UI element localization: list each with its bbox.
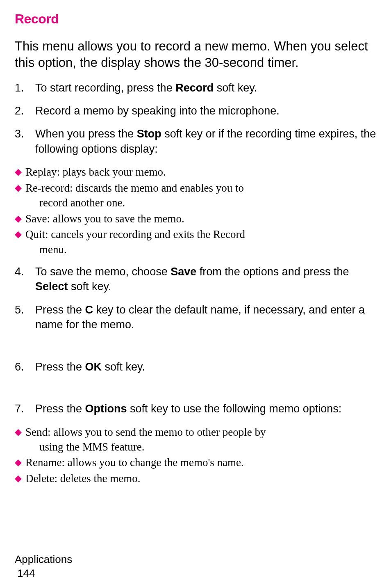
step-number: 6. [15, 359, 35, 374]
option-replay: ◆ Replay: plays back your memo. [15, 165, 376, 179]
option-text: Delete: deletes the memo. [25, 471, 376, 486]
step-text: soft key. [214, 82, 257, 94]
intro-paragraph: This menu allows you to record a new mem… [15, 38, 376, 71]
bold-select: Select [35, 280, 68, 293]
option-rerecord: ◆ Re-record: discards the memo and enabl… [15, 181, 376, 210]
option-rename: ◆ Rename: allows you to change the memo'… [15, 455, 376, 470]
step-text: from the options and press the [196, 265, 349, 278]
diamond-icon: ◆ [15, 227, 25, 257]
steps-list-a: 1. To start recording, press the Record … [15, 80, 376, 157]
bold-record: Record [175, 82, 214, 94]
step-text: When you press the [35, 128, 137, 140]
step-text: Press the [35, 403, 85, 415]
step-text: soft key. [68, 280, 111, 293]
bold-save: Save [170, 265, 196, 278]
step-7: 7. Press the Options soft key to use the… [15, 401, 376, 416]
diamond-icon: ◆ [15, 455, 25, 470]
diamond-icon: ◆ [15, 425, 25, 455]
step-2: 2. Record a memo by speaking into the mi… [15, 103, 376, 118]
footer-section-name: Applications [15, 553, 72, 567]
option-text: Send: allows you to send the memo to oth… [25, 426, 266, 438]
step-text: To start recording, press the [35, 82, 175, 94]
option-text: Quit: cancels your recording and exits t… [25, 228, 245, 240]
diamond-icon: ◆ [15, 211, 25, 226]
step-text: Record a memo by speaking into the micro… [35, 103, 376, 118]
steps-list-d: 7. Press the Options soft key to use the… [15, 401, 376, 416]
section-heading: Record [15, 11, 376, 27]
step-number: 3. [15, 126, 35, 156]
step-3: 3. When you press the Stop soft key or i… [15, 126, 376, 156]
option-text: Replay: plays back your memo. [25, 165, 376, 179]
step-number: 5. [15, 302, 35, 332]
step-5: 5. Press the C key to clear the default … [15, 302, 376, 332]
option-text-cont: using the MMS feature. [25, 439, 376, 454]
bold-options: Options [85, 403, 127, 415]
options-list-b: ◆ Send: allows you to send the memo to o… [15, 425, 376, 486]
bold-ok: OK [85, 361, 102, 373]
step-number: 2. [15, 103, 35, 118]
option-text: Rename: allows you to change the memo's … [25, 455, 376, 470]
diamond-icon: ◆ [15, 181, 25, 210]
step-text: Press the [35, 361, 85, 373]
step-number: 4. [15, 264, 35, 294]
options-list-a: ◆ Replay: plays back your memo. ◆ Re-rec… [15, 165, 376, 257]
option-text: Re-record: discards the memo and enables… [25, 182, 244, 194]
step-6: 6. Press the OK soft key. [15, 359, 376, 374]
page-footer: Applications 144 [15, 553, 72, 581]
step-number: 7. [15, 401, 35, 416]
step-4: 4. To save the memo, choose Save from th… [15, 264, 376, 294]
option-quit: ◆ Quit: cancels your recording and exits… [15, 227, 376, 257]
diamond-icon: ◆ [15, 471, 25, 486]
diamond-icon: ◆ [15, 165, 25, 179]
step-text: soft key. [102, 361, 145, 373]
option-send: ◆ Send: allows you to send the memo to o… [15, 425, 376, 455]
footer-page-number: 144 [15, 567, 72, 581]
bold-stop: Stop [137, 128, 161, 140]
step-number: 1. [15, 80, 35, 95]
option-text-cont: record another one. [25, 195, 376, 210]
option-text-cont: menu. [25, 242, 376, 257]
option-delete: ◆ Delete: deletes the memo. [15, 471, 376, 486]
step-text: soft key to use the following memo optio… [127, 403, 342, 415]
step-text: Press the [35, 304, 85, 316]
step-1: 1. To start recording, press the Record … [15, 80, 376, 95]
bold-c: C [85, 304, 93, 316]
option-save: ◆ Save: allows you to save the memo. [15, 211, 376, 226]
option-text: Save: allows you to save the memo. [25, 211, 376, 226]
steps-list-c: 6. Press the OK soft key. [15, 359, 376, 374]
step-text: To save the memo, choose [35, 265, 170, 278]
steps-list-b: 4. To save the memo, choose Save from th… [15, 264, 376, 332]
